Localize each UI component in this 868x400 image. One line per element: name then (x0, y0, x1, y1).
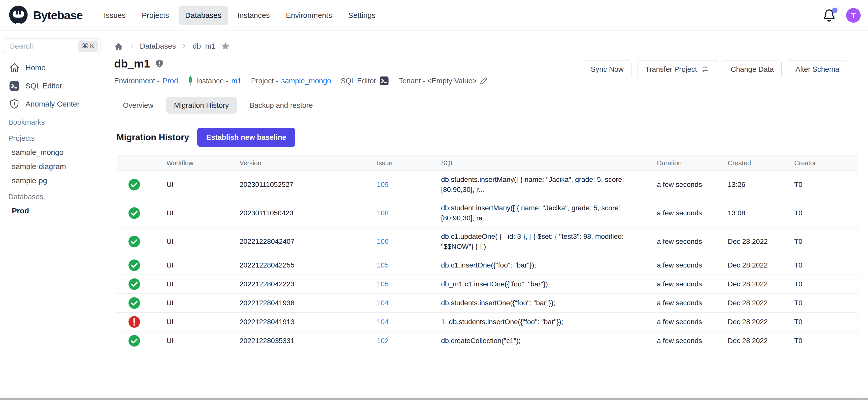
tab-backup-and-restore[interactable]: Backup and restore (241, 97, 321, 114)
alter-schema-button[interactable]: Alter Schema (788, 60, 847, 78)
environment-link[interactable]: Prod (163, 77, 178, 85)
establish-baseline-button[interactable]: Establish new baseline (197, 128, 296, 147)
version-cell: 20230111052527 (240, 181, 377, 189)
issue-cell: 102 (377, 337, 441, 345)
bytebase-logo[interactable]: Bytebase (8, 5, 83, 26)
bookmark-star-icon[interactable] (221, 41, 230, 51)
workflow-cell: UI (166, 280, 240, 288)
version-cell: 20221228042255 (240, 261, 377, 269)
status-success-icon (128, 178, 141, 191)
nav-item-databases[interactable]: Databases (179, 6, 228, 25)
workflow-cell: UI (166, 238, 240, 246)
migration-row: UI20221228042407106db.c1.updateOne( { _i… (117, 227, 858, 256)
duration-cell: a few seconds (657, 261, 728, 269)
creator-cell: T0 (794, 299, 858, 307)
sidebar-item-label: Home (26, 63, 45, 72)
created-cell: Dec 28 2022 (728, 238, 794, 246)
workflow-cell: UI (166, 318, 240, 326)
top-navigation-bar: Bytebase Issues Projects Databases Insta… (0, 0, 868, 30)
avatar[interactable]: T (846, 8, 861, 23)
migration-row: UI20230111050423108db.student.insertMany… (117, 199, 858, 227)
window-bottom-edge (0, 398, 868, 400)
sql-cell: db.students.insertMany([ { name: "Jacika… (441, 171, 657, 199)
shield-alert-filled-icon (155, 59, 164, 68)
sidebar-item-anomaly-center[interactable]: Anomaly Center (0, 95, 104, 113)
duration-cell: a few seconds (657, 280, 728, 288)
status-cell (117, 316, 166, 328)
change-data-button[interactable]: Change Data (723, 60, 782, 78)
chevron-right-icon (181, 43, 187, 50)
sidebar-item-sample-mongo[interactable]: sample_mongo (0, 145, 104, 159)
sync-now-button[interactable]: Sync Now (583, 60, 631, 78)
issue-cell: 105 (377, 261, 441, 269)
migration-row: UI20221228042223105db_m1.c1.insertOne({"… (117, 275, 858, 294)
issue-link[interactable]: 105 (377, 280, 389, 288)
column-header-sql: SQL (441, 159, 657, 167)
nav-item-instances[interactable]: Instances (231, 6, 276, 25)
status-success-icon (128, 278, 141, 290)
status-cell (117, 259, 166, 272)
status-success-icon (128, 335, 141, 347)
issue-cell: 106 (377, 238, 441, 246)
main-content: Databases db_m1 db_m1 Environment - (104, 30, 858, 398)
nav-item-projects[interactable]: Projects (135, 6, 176, 25)
version-cell: 20221228041938 (240, 299, 377, 307)
project-link[interactable]: sample_mongo (281, 77, 331, 85)
created-cell: Dec 28 2022 (728, 318, 794, 326)
tab-migration-history[interactable]: Migration History (166, 97, 237, 114)
instance-link[interactable]: m1 (231, 77, 241, 85)
issue-link[interactable]: 108 (377, 209, 389, 217)
home-breadcrumb-icon[interactable] (114, 41, 123, 51)
topnav-right: T (823, 8, 861, 23)
creator-cell: T0 (794, 261, 858, 269)
meta-project: Project - sample_mongo (251, 77, 331, 85)
status-cell (117, 335, 166, 347)
breadcrumb-current: db_m1 (192, 42, 216, 50)
issue-link[interactable]: 102 (377, 337, 389, 345)
sql-cell: db.c1.updateOne( { _id: 3 }, [ { $set: {… (441, 227, 657, 256)
created-cell: Dec 28 2022 (728, 299, 794, 307)
issue-cell: 104 (377, 318, 441, 326)
duration-cell: a few seconds (657, 337, 728, 345)
breadcrumb-databases[interactable]: Databases (140, 42, 176, 50)
sidebar-item-sample-diagram[interactable]: sample-diagram (0, 159, 104, 174)
nav-item-settings[interactable]: Settings (342, 6, 382, 25)
version-cell: 20230111050423 (240, 209, 377, 217)
issue-link[interactable]: 104 (377, 299, 389, 307)
issue-link[interactable]: 106 (377, 238, 389, 245)
workflow-cell: UI (166, 261, 240, 269)
column-header-creator: Creator (794, 159, 858, 167)
creator-cell: T0 (794, 337, 858, 345)
column-header-created: Created (728, 159, 794, 167)
nav-item-environments[interactable]: Environments (279, 6, 339, 25)
migration-history-title: Migration History (117, 132, 189, 142)
sidebar-item-prod[interactable]: Prod (0, 204, 104, 218)
issue-link[interactable]: 109 (377, 181, 389, 188)
edit-pencil-icon[interactable] (479, 77, 488, 85)
sql-cell: db_m1.c1.insertOne({"foo": "bar"}); (441, 275, 657, 293)
created-cell: Dec 28 2022 (728, 261, 794, 269)
column-header-workflow: Workflow (166, 159, 240, 167)
page-header: db_m1 Environment - Prod Instance - (114, 57, 847, 86)
migration-row: UI20221228035331102db.createCollection("… (117, 332, 858, 350)
status-success-icon (128, 259, 141, 272)
meta-sql-editor[interactable]: SQL Editor (341, 76, 390, 86)
sidebar-item-label: Anomaly Center (26, 100, 80, 108)
issue-cell: 109 (377, 181, 441, 189)
page-title: db_m1 (114, 57, 150, 70)
issue-cell: 108 (377, 209, 441, 217)
transfer-project-button[interactable]: Transfer Project (638, 60, 717, 78)
issue-link[interactable]: 105 (377, 261, 389, 269)
sidebar-item-sql-editor[interactable]: SQL Editor (0, 77, 104, 95)
sidebar-item-home[interactable]: Home (0, 59, 104, 77)
issue-link[interactable]: 104 (377, 318, 389, 326)
sql-cell: 1. db.students.insertOne({"foo": "bar"})… (441, 313, 657, 331)
sidebar-item-sample-pg[interactable]: sample-pg (0, 174, 104, 188)
nav-item-issues[interactable]: Issues (97, 6, 132, 25)
notification-bell-button[interactable] (823, 8, 836, 22)
status-cell (117, 235, 166, 248)
tab-overview[interactable]: Overview (115, 97, 161, 114)
terminal-badge-icon[interactable] (379, 76, 389, 86)
version-cell: 20221228042407 (240, 238, 377, 246)
workflow-cell: UI (166, 337, 240, 345)
